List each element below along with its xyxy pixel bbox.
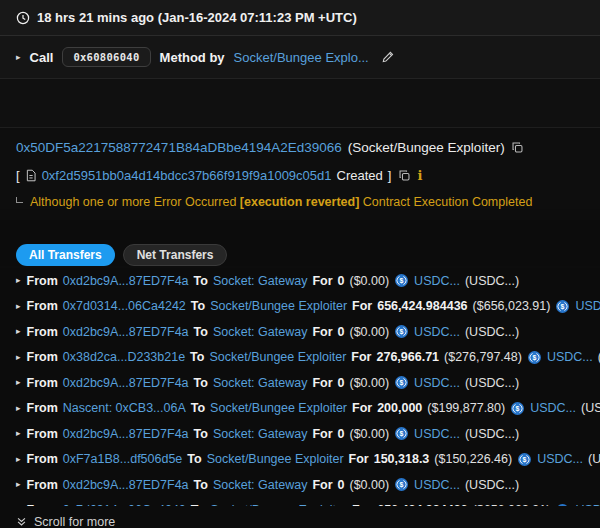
expand-caret-icon[interactable]: ▸ [16, 378, 21, 387]
expand-caret-icon[interactable]: ▸ [16, 455, 21, 464]
edit-pencil-icon[interactable] [381, 50, 395, 64]
from-address-link[interactable]: 0x7d0314...06Ca4242 [63, 503, 186, 506]
usd-value: ($276,797.48) [444, 350, 522, 364]
token-link[interactable]: USDC... [575, 299, 600, 313]
contract-address-link[interactable]: 0x50DF5a2217588772471B84aDBbe4194A2Ed390… [16, 140, 342, 155]
tab-net-transfers[interactable]: Net Transfers [123, 244, 228, 266]
expand-caret-icon[interactable]: ▸ [16, 480, 21, 489]
call-row[interactable]: ▸ Call 0x60806040 Method by Socket/Bunge… [0, 36, 600, 79]
for-label: For [351, 350, 371, 364]
token-link[interactable]: USDC... [414, 274, 460, 288]
token-link[interactable]: USDC... [414, 376, 460, 390]
from-address-link[interactable]: 0xd2bc9A...87ED7F4a [63, 427, 189, 441]
execution-reverted-badge: [execution reverted] [240, 195, 359, 209]
to-address-link[interactable]: Socket: Gateway [213, 325, 308, 339]
transfer-row[interactable]: ▸ From 0x7d0314...06Ca4242 To Socket/Bun… [0, 498, 600, 507]
token-link[interactable]: USDC... [414, 325, 460, 339]
to-address-link[interactable]: Socket: Gateway [213, 274, 308, 288]
svg-text:$: $ [400, 481, 404, 489]
to-address-link[interactable]: Socket: Gateway [213, 376, 308, 390]
transfer-row[interactable]: ▸ From 0x38d2ca...D233b21e To Socket/Bun… [0, 345, 600, 371]
transfer-row[interactable]: ▸ From Nascent: 0xCB3...06A To Socket/Bu… [0, 396, 600, 422]
warning-text: Although one or more Error Occurred [exe… [30, 195, 532, 209]
token-name: (USDC...) [581, 401, 600, 415]
transfer-row[interactable]: ▸ From 0xd2bc9A...87ED7F4a To Socket: Ga… [0, 472, 600, 498]
timestamp-bar: 18 hrs 21 mins ago (Jan-16-2024 07:11:23… [0, 0, 600, 36]
from-label: From [27, 503, 58, 506]
expand-caret-icon[interactable]: ▸ [16, 276, 21, 285]
to-address-link[interactable]: Socket/Bungee Exploiter [209, 350, 346, 364]
from-address-link[interactable]: 0xd2bc9A...87ED7F4a [63, 376, 189, 390]
svg-text:$: $ [532, 354, 536, 362]
transfer-amount: 656,424.984436 [377, 503, 467, 506]
usd-value: ($656,023.91) [473, 299, 551, 313]
token-link[interactable]: USDC... [547, 350, 593, 364]
svg-text:$: $ [400, 328, 404, 336]
bracket-open: [ [16, 168, 20, 183]
from-address-link[interactable]: Nascent: 0xCB3...06A [63, 401, 186, 415]
expand-caret-icon[interactable]: ▸ [16, 429, 21, 438]
method-by-label: Method by [160, 50, 225, 65]
transfer-amount: 150,318.3 [374, 452, 430, 466]
usd-value: ($656,023.91) [473, 503, 551, 506]
bracket-close: ] [388, 168, 392, 183]
expand-caret-icon[interactable]: ▸ [16, 53, 21, 62]
usd-value: ($150,226.46) [434, 452, 512, 466]
from-address-link[interactable]: 0xd2bc9A...87ED7F4a [63, 478, 189, 492]
from-address-link[interactable]: 0xd2bc9A...87ED7F4a [63, 274, 189, 288]
from-address-link[interactable]: 0x7d0314...06Ca4242 [63, 299, 186, 313]
transfer-row[interactable]: ▸ From 0xd2bc9A...87ED7F4a To Socket: Ga… [0, 370, 600, 396]
scroll-footer[interactable]: Scroll for more [0, 506, 600, 528]
token-name: (USDC...) [465, 274, 519, 288]
from-label: From [27, 376, 58, 390]
timestamp-text: 18 hrs 21 mins ago (Jan-16-2024 07:11:23… [37, 10, 357, 25]
transfer-row[interactable]: ▸ From 0x7d0314...06Ca4242 To Socket/Bun… [0, 294, 600, 320]
tab-all-transfers[interactable]: All Transfers [16, 244, 115, 266]
token-name: (USDC...) [465, 325, 519, 339]
expand-caret-icon[interactable]: ▸ [16, 404, 21, 413]
to-address-link[interactable]: Socket: Gateway [213, 478, 308, 492]
to-label: To [191, 299, 205, 313]
created-address-link[interactable]: 0xf2d5951bb0a4d14bdcc37b66f919f9a1009c05… [42, 168, 332, 183]
copy-icon[interactable] [398, 169, 411, 182]
svg-text:$: $ [400, 277, 404, 285]
to-address-link[interactable]: Socket: Gateway [213, 427, 308, 441]
from-address-link[interactable]: 0x38d2ca...D233b21e [63, 350, 185, 364]
token-link[interactable]: USDC... [414, 478, 460, 492]
method-owner-link[interactable]: Socket/Bungee Explo... [234, 50, 369, 65]
transfer-row[interactable]: ▸ From 0xd2bc9A...87ED7F4a To Socket: Ga… [0, 319, 600, 345]
transfer-row[interactable]: ▸ From 0xF7a1B8...df506d5e To Socket/Bun… [0, 447, 600, 473]
expand-caret-icon[interactable]: ▸ [16, 302, 21, 311]
token-link[interactable]: USDC... [530, 401, 576, 415]
from-address-link[interactable]: 0xF7a1B8...df506d5e [63, 452, 183, 466]
for-label: For [352, 503, 372, 506]
token-link[interactable]: USDC... [537, 452, 583, 466]
usdc-token-icon: $ [395, 274, 408, 287]
for-label: For [312, 325, 332, 339]
expand-caret-icon[interactable]: ▸ [16, 327, 21, 336]
info-icon[interactable]: i [417, 168, 422, 183]
to-label: To [194, 325, 208, 339]
transfer-row[interactable]: ▸ From 0xd2bc9A...87ED7F4a To Socket: Ga… [0, 421, 600, 447]
to-address-link[interactable]: Socket/Bungee Exploiter [210, 401, 347, 415]
from-address-link[interactable]: 0xd2bc9A...87ED7F4a [63, 325, 189, 339]
contract-info-section: 0x50DF5a2217588772471B84aDBbe4194A2Ed390… [0, 128, 600, 209]
copy-icon[interactable] [511, 141, 524, 154]
transfer-row[interactable]: ▸ From 0xd2bc9A...87ED7F4a To Socket: Ga… [0, 268, 600, 294]
transfer-amount: 0 [338, 274, 345, 288]
usdc-token-icon: $ [511, 402, 524, 415]
function-selector-badge[interactable]: 0x60806040 [62, 47, 150, 67]
to-address-link[interactable]: Socket/Bungee Exploiter [210, 503, 347, 506]
to-address-link[interactable]: Socket/Bungee Exploiter [210, 299, 347, 313]
transfers-tabs: All Transfers Net Transfers [0, 220, 600, 266]
for-label: For [312, 274, 332, 288]
usd-value: ($0.00) [350, 478, 390, 492]
token-link[interactable]: USDC... [414, 427, 460, 441]
expand-caret-icon[interactable]: ▸ [16, 353, 21, 362]
to-address-link[interactable]: Socket/Bungee Exploiter [207, 452, 344, 466]
for-label: For [349, 452, 369, 466]
token-link[interactable]: USDC... [575, 503, 600, 506]
token-name: (USDC...) [465, 427, 519, 441]
contract-address-line: 0x50DF5a2217588772471B84aDBbe4194A2Ed390… [16, 139, 584, 156]
usdc-token-icon: $ [518, 453, 531, 466]
